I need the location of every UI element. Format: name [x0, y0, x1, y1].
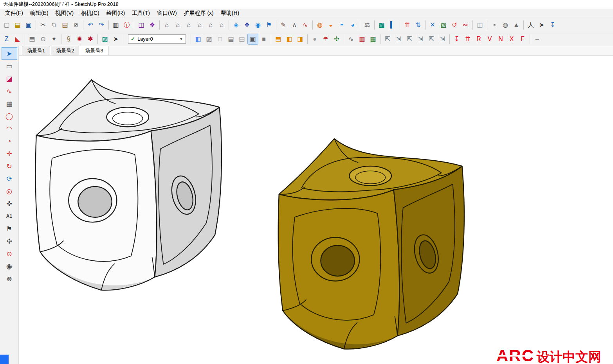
red-f-tool-icon[interactable]: F	[517, 34, 528, 45]
gold-twisted-cube-model[interactable]	[276, 136, 468, 354]
solid-box-parts-icon[interactable]: ◨	[295, 34, 306, 45]
red-x-tool-icon[interactable]: X	[506, 34, 517, 45]
cursor-icon[interactable]: ➤	[110, 34, 121, 45]
make-component-icon[interactable]: ◫	[136, 20, 147, 30]
follow-me-icon[interactable]: ⟳	[2, 172, 17, 185]
axes-flag-icon[interactable]: ⚑	[2, 222, 17, 235]
drawing-canvas[interactable]: ARC 设计中文网	[19, 56, 613, 364]
bezier-curve-icon[interactable]: ∿	[300, 20, 311, 30]
box-arrow-1-icon[interactable]: ⇱	[382, 34, 393, 45]
menu-file[interactable]: 文件(F)	[2, 9, 27, 18]
vertex-tool-icon[interactable]: ⊙	[38, 34, 49, 45]
pie-icon[interactable]: ◔	[2, 135, 17, 147]
menu-window[interactable]: 窗口(W)	[153, 9, 180, 18]
menu-extensions[interactable]: 扩展程序 (x)	[180, 9, 217, 18]
green-gradient-icon[interactable]: ▧	[438, 20, 449, 30]
box-arrow-2-icon[interactable]: ⇲	[393, 34, 404, 45]
back-edges-style-icon[interactable]: ▨	[204, 34, 215, 45]
monochrome-style-icon[interactable]: ▣	[247, 34, 258, 45]
tape-measure-icon[interactable]: ✜	[2, 197, 17, 210]
gradient-swatch-icon[interactable]: ▨	[99, 34, 110, 45]
cut-icon[interactable]: ✂	[38, 20, 49, 30]
red-chart-icon[interactable]: ▥	[357, 34, 368, 45]
red-ribbon-icon[interactable]: ∾	[460, 20, 471, 30]
red-up-arrows-icon[interactable]: ⇈	[462, 34, 473, 45]
paste-icon[interactable]: ▤	[59, 20, 70, 30]
grid-icon[interactable]: ▦	[2, 97, 17, 110]
arc-smile-icon[interactable]: ⌣	[532, 34, 543, 45]
front-view-icon[interactable]: ⌂	[183, 20, 194, 30]
wire-box-icon[interactable]: ▫	[489, 20, 500, 30]
blue-x-icon[interactable]: ✕	[427, 20, 438, 30]
eraser-icon[interactable]: ◪	[2, 72, 17, 85]
textured-style-icon[interactable]: ■	[258, 34, 269, 45]
solid-union-icon[interactable]: ◒	[325, 20, 336, 30]
umbrella-icon[interactable]: ☂	[320, 34, 331, 45]
zoom-icon[interactable]: ⊙	[2, 247, 17, 260]
spiral-icon[interactable]: ✺	[74, 34, 85, 45]
sandbox-drape-icon[interactable]: ◉	[252, 20, 263, 30]
menu-view[interactable]: 视图(V)	[52, 9, 78, 18]
xray-style-icon[interactable]: ◧	[193, 34, 204, 45]
back-view-icon[interactable]: ⌂	[205, 20, 216, 30]
joint-pushpull-icon[interactable]: ⬒	[27, 34, 38, 45]
new-file-icon[interactable]: ▢	[1, 20, 12, 30]
green-boxes-icon[interactable]: ▦	[368, 34, 379, 45]
drop-anchor-icon[interactable]: ↧	[547, 20, 558, 30]
dividers-icon[interactable]: ∧	[289, 20, 300, 30]
red-r-tool-icon[interactable]: R	[473, 34, 484, 45]
menu-camera[interactable]: 相机(C)	[77, 9, 103, 18]
white-twisted-cube-model[interactable]	[33, 77, 225, 296]
save-icon[interactable]: ▣	[23, 20, 34, 30]
red-wedge-icon[interactable]: ◣	[12, 34, 23, 45]
helix-icon[interactable]: §	[63, 34, 74, 45]
edge-style-icon[interactable]: ▍	[387, 20, 398, 30]
scene-tab-2[interactable]: 场景号2	[51, 46, 79, 55]
red-v-tool-icon[interactable]: V	[484, 34, 495, 45]
red-n-tool-icon[interactable]: N	[495, 34, 506, 45]
cursor-arrow-icon[interactable]: ➤	[536, 20, 547, 30]
solid-trim-icon[interactable]: ◕	[347, 20, 358, 30]
offset-icon[interactable]: ◎	[2, 185, 17, 197]
rectangle-icon[interactable]: ▭	[2, 60, 17, 72]
star-tool-icon[interactable]: ✦	[49, 34, 59, 45]
hidden-line-style-icon[interactable]: ⬓	[225, 34, 236, 45]
freehand-icon[interactable]: ∿	[2, 85, 17, 97]
iso-view-icon[interactable]: ⌂	[161, 20, 172, 30]
sandbox-stamp-icon[interactable]: ❖	[242, 20, 252, 30]
menu-draw[interactable]: 绘图(R)	[103, 9, 128, 18]
lasso-icon[interactable]: ∿	[346, 34, 357, 45]
menu-edit[interactable]: 编辑(E)	[27, 9, 52, 18]
z-axis-logo-icon[interactable]: Z	[1, 34, 12, 45]
fan-icon[interactable]: ✣	[331, 34, 342, 45]
print-icon[interactable]: ▥	[110, 20, 121, 30]
solid-box-edit-icon[interactable]: ⬒	[273, 34, 284, 45]
eye-icon[interactable]: ◉	[2, 260, 17, 273]
box-arrow-6-icon[interactable]: ⇲	[437, 34, 448, 45]
move-icon[interactable]: ✛	[2, 147, 17, 160]
sphere-grid-icon[interactable]: ◍	[500, 20, 511, 30]
undo-icon[interactable]: ↶	[85, 20, 96, 30]
box-arrow-5-icon[interactable]: ⇱	[426, 34, 437, 45]
section-plane-icon[interactable]: ◫	[474, 20, 485, 30]
export-up-icon[interactable]: ⇈	[402, 20, 413, 30]
red-down-arrow-icon[interactable]: ↧	[451, 34, 462, 45]
orbit-icon[interactable]: ⊛	[2, 273, 17, 285]
model-info-icon[interactable]: ⓘ	[121, 20, 132, 30]
solid-subtract-icon[interactable]: ◓	[336, 20, 347, 30]
open-file-icon[interactable]: ⬓	[12, 20, 23, 30]
sandbox-smoove-icon[interactable]: ◈	[231, 20, 242, 30]
right-view-icon[interactable]: ⌂	[194, 20, 205, 30]
erase-icon[interactable]: ⊘	[70, 20, 81, 30]
menu-help[interactable]: 帮助(H)	[217, 9, 243, 18]
walk-person-icon[interactable]: 人	[525, 20, 536, 30]
box-arrow-3-icon[interactable]: ⇱	[404, 34, 415, 45]
sync-arrows-icon[interactable]: ⇅	[413, 20, 424, 30]
redo-icon[interactable]: ↷	[96, 20, 107, 30]
flip-edge-icon[interactable]: ⚑	[263, 20, 274, 30]
shadow-sphere-icon[interactable]: ●	[309, 34, 320, 45]
outer-shell-icon[interactable]: ◍	[314, 20, 325, 30]
wireframe-style-icon[interactable]: □	[215, 34, 225, 45]
component-browser-icon[interactable]: ❖	[147, 20, 158, 30]
top-view-icon[interactable]: ⌂	[172, 20, 183, 30]
